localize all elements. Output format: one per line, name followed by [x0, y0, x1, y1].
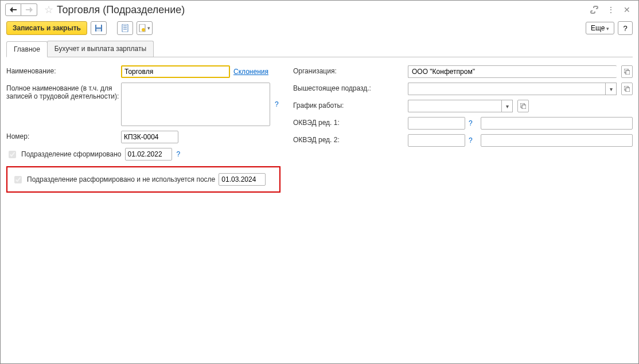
close-icon[interactable]: ✕: [622, 5, 632, 14]
schedule-input[interactable]: [408, 100, 501, 112]
attachments-dropdown-button[interactable]: [137, 21, 153, 35]
save-button[interactable]: [91, 21, 107, 35]
schedule-dropdown-button[interactable]: ▾: [501, 100, 513, 112]
svg-rect-14: [522, 105, 526, 109]
svg-rect-10: [626, 71, 630, 75]
schedule-label: График работы:: [293, 100, 408, 109]
svg-rect-12: [626, 88, 630, 92]
parent-dropdown-button[interactable]: ▾: [605, 83, 617, 95]
org-open-button[interactable]: [621, 65, 633, 78]
more-button[interactable]: Еще: [586, 22, 614, 34]
save-and-close-button[interactable]: Записать и закрыть: [6, 21, 87, 35]
window-title: Торговля (Подразделение): [57, 4, 590, 16]
report-button[interactable]: [117, 21, 133, 35]
fullname-help-icon[interactable]: ?: [274, 100, 280, 108]
link-icon[interactable]: [590, 6, 599, 14]
okved2-help-icon[interactable]: ?: [467, 136, 474, 144]
formed-date-input[interactable]: [125, 148, 172, 161]
org-label: Организация:: [293, 65, 408, 75]
parent-open-button[interactable]: [621, 83, 633, 95]
nav-forward-button[interactable]: [21, 3, 37, 16]
attachment-icon: [139, 24, 146, 32]
schedule-open-button[interactable]: [517, 100, 529, 112]
toolbar: Записать и закрыть Еще ?: [1, 19, 638, 37]
favorite-star-icon[interactable]: ☆: [44, 3, 53, 16]
title-bar: ☆ Торговля (Подразделение) ⋮ ✕: [1, 1, 638, 19]
okved1-help-icon[interactable]: ?: [467, 119, 474, 127]
formed-help-icon[interactable]: ?: [176, 150, 182, 158]
formed-checkbox[interactable]: [9, 151, 16, 158]
arrow-left-icon: [10, 7, 17, 13]
form-body: Наименование: Склонения Полное наименова…: [1, 57, 638, 201]
save-icon: [95, 24, 103, 32]
kebab-menu-icon[interactable]: ⋮: [606, 5, 615, 14]
open-icon: [624, 86, 630, 92]
parent-label: Вышестоящее подразд.:: [293, 83, 408, 92]
fullname-textarea[interactable]: [121, 83, 270, 126]
number-label: Номер:: [6, 131, 121, 140]
document-icon: [122, 24, 128, 32]
okved1-label: ОКВЭД ред. 1:: [293, 117, 408, 127]
fullname-label: Полное наименование (в т.ч. для записей …: [6, 83, 121, 100]
svg-rect-2: [96, 29, 101, 32]
okved2-desc-input[interactable]: [481, 134, 633, 147]
open-icon: [624, 69, 630, 75]
disbanded-label: Подразделение расформировано и не исполь…: [27, 175, 215, 183]
nav-back-button[interactable]: [5, 3, 21, 16]
tabs: Главное Бухучет и выплата зарплаты: [6, 41, 633, 57]
svg-point-8: [142, 28, 145, 32]
disbanded-date-input[interactable]: [219, 173, 266, 186]
okved2-label: ОКВЭД ред. 2:: [293, 134, 408, 144]
tab-payroll[interactable]: Бухучет и выплата зарплаты: [47, 41, 154, 57]
svg-rect-1: [96, 25, 101, 28]
okved2-code-input[interactable]: [408, 134, 465, 147]
right-column: Организация: Вышестоящее подразд.: ▾: [293, 65, 633, 193]
disbanded-checkbox[interactable]: [14, 176, 22, 183]
org-input[interactable]: [408, 65, 617, 78]
parent-input[interactable]: [408, 83, 605, 95]
formed-label: Подразделение сформировано: [21, 150, 122, 158]
declension-link[interactable]: Склонения: [233, 68, 268, 76]
tab-main[interactable]: Главное: [6, 41, 48, 57]
disbanded-highlight-box: Подразделение расформировано и не исполь…: [6, 166, 280, 193]
arrow-right-icon: [26, 7, 33, 13]
svg-rect-3: [122, 24, 128, 32]
name-label: Наименование:: [6, 65, 121, 75]
help-button[interactable]: ?: [618, 21, 633, 35]
okved1-code-input[interactable]: [408, 117, 465, 130]
number-input[interactable]: [121, 131, 178, 143]
left-column: Наименование: Склонения Полное наименова…: [6, 65, 282, 193]
okved1-desc-input[interactable]: [481, 117, 633, 130]
name-input[interactable]: [121, 65, 230, 78]
open-icon: [520, 103, 526, 109]
